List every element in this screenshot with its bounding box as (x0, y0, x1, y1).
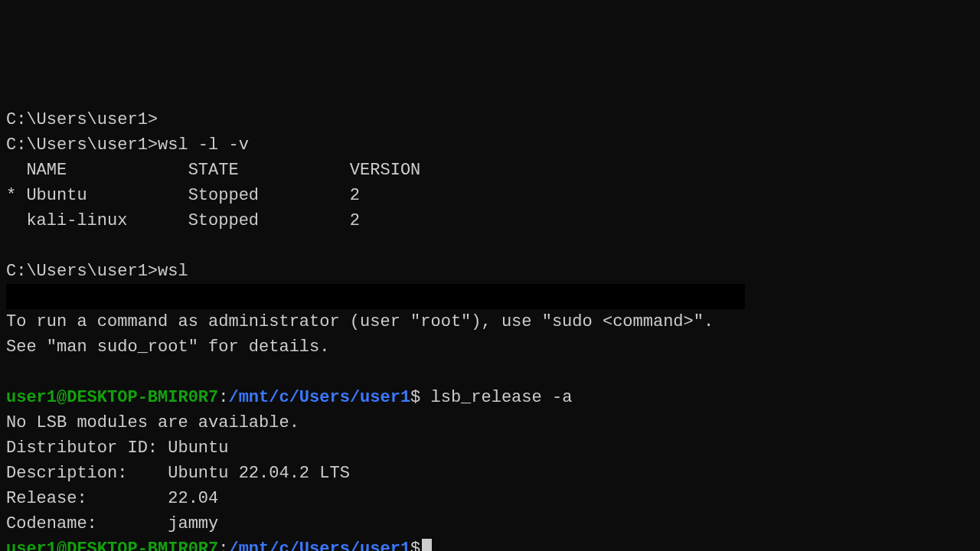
prompt-windows: C:\Users\user1> (6, 135, 158, 155)
command-text: wsl -l -v (158, 135, 249, 155)
wsl-list-row: kali-linux Stopped 2 (6, 208, 974, 233)
lsb-output: Release: 22.04 (6, 486, 974, 511)
wsl-list-header: NAME STATE VERSION (6, 158, 974, 183)
terminal-output[interactable]: C:\Users\user1>C:\Users\user1>wsl -l -v … (6, 107, 974, 551)
redacted-bar (6, 284, 745, 309)
prompt-dollar: $ (410, 540, 420, 551)
lsb-output: No LSB modules are available. (6, 410, 974, 435)
prompt-windows: C:\Users\user1> (6, 262, 158, 281)
blank-line (6, 233, 974, 259)
wsl-list-row: * Ubuntu Stopped 2 (6, 183, 974, 208)
prompt-user-host: user1@DESKTOP-BMIR0R7 (6, 388, 218, 407)
command-text: lsb_release -a (420, 388, 572, 407)
prompt-path: /mnt/c/Users/user1 (228, 388, 410, 407)
prompt-dollar: $ (410, 388, 420, 407)
lsb-output: Description: Ubuntu 22.04.2 LTS (6, 461, 974, 486)
prompt-colon: : (218, 388, 228, 407)
prompt-user-host: user1@DESKTOP-BMIR0R7 (6, 540, 218, 551)
command-text: wsl (158, 262, 188, 281)
prompt-colon: : (218, 540, 228, 551)
cursor-icon (422, 539, 432, 551)
prompt-windows: C:\Users\user1> (6, 110, 158, 129)
lsb-output: Distributor ID: Ubuntu (6, 435, 974, 461)
blank-line (6, 360, 974, 385)
lsb-output: Codename: jammy (6, 511, 974, 536)
sudo-hint: To run a command as administrator (user … (6, 309, 974, 334)
sudo-hint: See "man sudo_root" for details. (6, 334, 974, 360)
prompt-path: /mnt/c/Users/user1 (228, 540, 410, 551)
